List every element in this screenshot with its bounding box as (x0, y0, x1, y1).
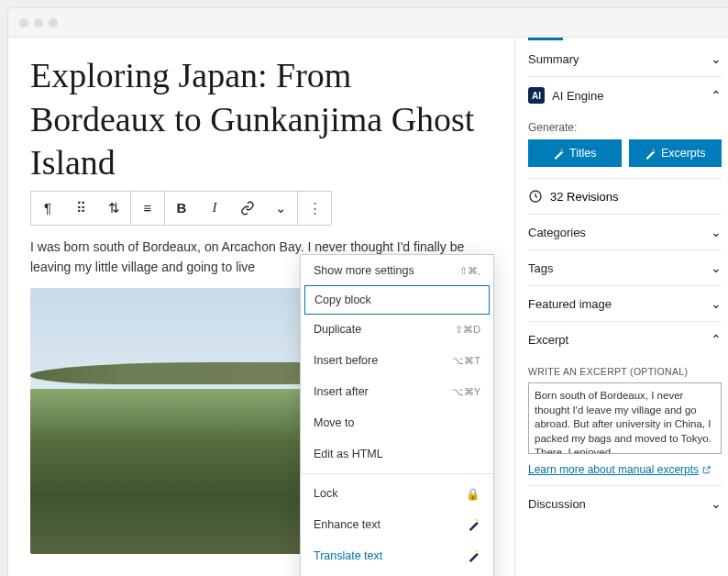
panel-categories[interactable]: Categories⌄ (528, 215, 722, 250)
svg-point-4 (479, 554, 480, 555)
drag-handle[interactable]: ⠿ (64, 192, 97, 225)
italic-button[interactable]: I (198, 192, 231, 225)
wand-icon (645, 148, 656, 160)
titlebar (8, 8, 728, 38)
svg-point-9 (561, 149, 563, 150)
chevron-down-icon: ⌄ (711, 225, 722, 239)
menu-create-reusable[interactable]: Create Reusable block◈ (301, 571, 493, 576)
svg-point-12 (655, 151, 656, 152)
menu-label: Move to (314, 416, 354, 429)
menu-label: Insert before (314, 354, 378, 367)
chevron-down-icon: ⌄ (711, 496, 722, 511)
svg-point-0 (477, 519, 479, 521)
panel-discussion[interactable]: Discussion⌄ (528, 486, 722, 521)
menu-shortcut: ⌥⌘T (452, 355, 480, 367)
panel-label: Tags (528, 261, 553, 275)
wand-icon (468, 518, 480, 531)
wand-icon (468, 549, 480, 562)
link-label: Learn more about manual excerpts (528, 463, 699, 476)
menu-label: Insert after (314, 385, 369, 398)
svg-point-5 (475, 550, 476, 551)
workspace: Exploring Japan: From Bordeaux to Gunkan… (8, 38, 728, 576)
window-dot (34, 18, 43, 28)
panel-label: Featured image (528, 297, 612, 311)
button-label: Excerpts (661, 147, 706, 160)
menu-label: Copy block (314, 294, 371, 306)
menu-label: Lock (314, 487, 337, 500)
menu-translate-text[interactable]: Translate text (301, 540, 493, 571)
editor-canvas: Exploring Japan: From Bordeaux to Gunkan… (8, 38, 514, 576)
link-button[interactable] (231, 192, 264, 225)
block-context-menu: Show more settings⇧⌘, Copy block Duplica… (300, 254, 494, 576)
tab-indicator (528, 38, 563, 40)
panel-label: Categories (528, 226, 586, 239)
link-icon (240, 201, 255, 216)
bold-button[interactable]: B (165, 192, 198, 225)
clock-icon (528, 189, 543, 204)
menu-edit-html[interactable]: Edit as HTML (301, 438, 493, 470)
menu-insert-after[interactable]: Insert after⌥⌘Y (301, 376, 493, 407)
block-toolbar: ¶ ⠿ ⇅ ≡ B I ⌄ ⋮ (30, 191, 332, 226)
menu-label: Enhance text (314, 518, 381, 531)
menu-shortcut: ⇧⌘, (459, 265, 480, 277)
revisions-label: 32 Revisions (550, 190, 618, 204)
panel-label: AI Engine (552, 89, 603, 103)
generate-label: Generate: (528, 121, 722, 134)
wand-icon (553, 148, 565, 160)
post-title[interactable]: Exploring Japan: From Bordeaux to Gunkan… (30, 54, 492, 185)
lock-icon: 🔒 (466, 487, 480, 501)
menu-shortcut: ⌥⌘Y (452, 386, 480, 398)
panel-excerpt[interactable]: Excerpt⌃ (528, 322, 722, 357)
panel-tags[interactable]: Tags⌄ (528, 250, 722, 286)
panel-label: Discussion (528, 497, 586, 511)
excerpt-field-label: WRITE AN EXCERPT (OPTIONAL) (528, 366, 722, 377)
menu-duplicate[interactable]: Duplicate⇧⌘D (301, 314, 493, 345)
app-window: Exploring Japan: From Bordeaux to Gunkan… (7, 7, 728, 576)
chevron-down-icon: ⌄ (711, 260, 722, 275)
svg-point-10 (563, 151, 564, 152)
menu-separator (301, 473, 493, 474)
menu-label: Show more settings (314, 264, 414, 277)
dropdown-caret[interactable]: ⌄ (264, 192, 297, 225)
panel-featured-image[interactable]: Featured image⌄ (528, 286, 722, 322)
panel-label: Summary (528, 52, 579, 66)
generate-titles-button[interactable]: Titles (528, 139, 622, 167)
chevron-up-icon: ⌃ (711, 88, 722, 103)
chevron-down-icon: ⌄ (711, 51, 722, 66)
menu-shortcut: ⇧⌘D (455, 324, 480, 336)
align-button[interactable]: ≡ (131, 192, 164, 225)
settings-sidebar: Summary ⌄ AIAI Engine ⌃ Generate: Titles… (514, 38, 728, 576)
excerpt-help-link[interactable]: Learn more about manual excerpts (528, 463, 711, 476)
menu-insert-before[interactable]: Insert before⌥⌘T (301, 345, 493, 376)
panel-summary[interactable]: Summary ⌄ (528, 41, 722, 77)
menu-show-more-settings[interactable]: Show more settings⇧⌘, (301, 255, 493, 286)
svg-point-3 (477, 550, 479, 552)
more-options-button[interactable]: ⋮ (298, 192, 331, 225)
button-label: Titles (569, 147, 596, 160)
window-dot (19, 18, 28, 28)
revisions-row[interactable]: 32 Revisions (528, 179, 722, 215)
svg-point-11 (653, 149, 655, 150)
menu-label: Edit as HTML (314, 448, 383, 460)
ai-engine-icon: AI (528, 87, 545, 104)
svg-point-2 (475, 519, 476, 520)
menu-label: Duplicate (314, 323, 361, 336)
chevron-down-icon: ⌄ (711, 296, 722, 311)
svg-point-1 (479, 523, 480, 524)
move-updown-button[interactable]: ⇅ (97, 192, 130, 225)
menu-copy-block[interactable]: Copy block (304, 285, 490, 315)
excerpt-textarea[interactable] (528, 382, 722, 454)
menu-label: Translate text (314, 549, 382, 562)
window-dot (49, 18, 58, 28)
generate-excerpts-button[interactable]: Excerpts (629, 139, 722, 167)
panel-label: Excerpt (528, 333, 568, 347)
menu-enhance-text[interactable]: Enhance text (301, 509, 493, 540)
external-link-icon (701, 465, 711, 475)
menu-lock[interactable]: Lock🔒 (301, 478, 493, 509)
menu-move-to[interactable]: Move to (301, 407, 493, 438)
chevron-up-icon: ⌃ (711, 332, 722, 347)
paragraph-type-button[interactable]: ¶ (31, 192, 64, 225)
panel-ai-engine[interactable]: AIAI Engine ⌃ (528, 77, 722, 114)
